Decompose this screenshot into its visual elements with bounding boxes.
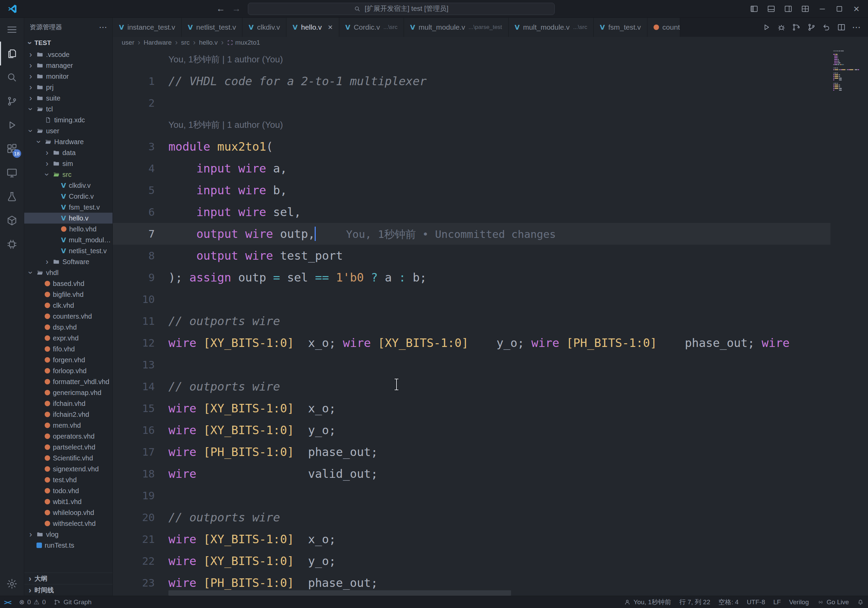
tree-item-fsm_test.v[interactable]: Vfsm_test.v [24,202,113,213]
tree-item-based.vhd[interactable]: based.vhd [24,278,113,289]
run-button[interactable] [759,20,774,35]
remote-indicator[interactable]: >< [0,596,15,608]
tree-item-whileloop.vhd[interactable]: whileloop.vhd [24,507,113,518]
breadcrumb-item-src[interactable]: src [181,39,189,46]
customize-layout-icon[interactable] [798,2,813,16]
tree-item-test.vhd[interactable]: test.vhd [24,474,113,485]
analysis-button[interactable] [789,20,804,35]
activity-package-explorer[interactable] [0,209,24,232]
nav-back-icon[interactable]: ← [217,3,225,14]
tree-item-Hardware[interactable]: ›Hardware [24,136,113,147]
status-encoding[interactable]: UTF-8 [742,596,769,608]
code-line-9[interactable]: 9); assign outp = sel == 1'b0 ? a : b; [113,266,831,288]
toggle-panel-icon[interactable] [764,2,779,16]
activity-run-and-debug[interactable] [0,113,24,137]
minimap[interactable] [833,50,866,91]
tree-item-todo.vhd[interactable]: todo.vhd [24,485,113,496]
minimize-icon[interactable] [815,2,830,16]
code-line-22[interactable]: 22wire [XY_BITS-1:0] y_o; [113,550,831,572]
tab-fsm_test.v[interactable]: Vfsm_test.v [594,18,647,37]
command-center[interactable]: [扩展开发宿主] test [管理员] [248,3,555,15]
tab-count[interactable]: count [648,18,680,37]
tree-item-Cordic.v[interactable]: VCordic.v [24,191,113,202]
code-line-14[interactable]: 14// outports wire [113,376,831,398]
tree-item-withselect.vhd[interactable]: withselect.vhd [24,518,113,529]
tree-item-data[interactable]: ›data [24,147,113,158]
debug-button[interactable] [774,20,789,35]
problems-indicator[interactable]: ⊗ 0 ⚠ 0 [15,596,50,608]
code-line-10[interactable]: 10 [113,288,831,310]
code-line-19[interactable]: 19 [113,485,831,506]
code-line-20[interactable]: 20// outports wire [113,506,831,528]
tree-item-vlog[interactable]: ›vlog [24,529,113,540]
code-line-16[interactable]: 16wire [XY_BITS-1:0] y_o; [113,419,831,441]
tree-item-suite[interactable]: ›suite [24,93,113,104]
tree-item-tcl[interactable]: ›tcl [24,104,113,114]
tree-item-clk.vhd[interactable]: clk.vhd [24,300,113,311]
status-notifications[interactable] [853,596,868,608]
toggle-sidebar-icon[interactable] [747,2,762,16]
tree-item-hello.vhd[interactable]: hello.vhd [24,224,113,235]
status-eol[interactable]: LF [769,596,785,608]
tree-item-operators.vhd[interactable]: operators.vhd [24,431,113,442]
breadcrumb-item-mux2to1[interactable]: mux2to1 [227,39,260,46]
tree-item-bigfile.vhd[interactable]: bigfile.vhd [24,289,113,300]
tree-item-clkdiv.v[interactable]: Vclkdiv.v [24,180,113,191]
editor[interactable]: You, 1秒钟前 | 1 author (You)1// VHDL code … [113,48,868,596]
tab-clkdiv.v[interactable]: Vclkdiv.v [242,18,287,37]
activity-source-control[interactable] [0,89,24,113]
breadcrumb-item-user[interactable]: user [122,39,134,46]
tree-item-Scientific.vhd[interactable]: Scientific.vhd [24,453,113,464]
tree-item-timing.xdc[interactable]: timing.xdc [24,114,113,125]
tree-item-expr.vhd[interactable]: expr.vhd [24,333,113,343]
tree-item-ifchain.vhd[interactable]: ifchain.vhd [24,398,113,409]
breadcrumb-item-hello.v[interactable]: hello.v [199,39,218,46]
code-line-3[interactable]: 3module mux2to1( [113,136,831,158]
code-line-13[interactable]: 13 [113,354,831,376]
tree-item-netlist_test.v[interactable]: Vnetlist_test.v [24,245,113,256]
tree-item-fifo.vhd[interactable]: fifo.vhd [24,343,113,354]
activity-menu[interactable] [0,18,24,42]
activity-search[interactable] [0,65,24,89]
close-icon[interactable]: × [328,23,333,32]
git-graph-button[interactable]: Git Graph [50,596,96,608]
code-line-6[interactable]: 6 input wire sel, [113,201,831,223]
sidebar-section-大纲[interactable]: ›大纲 [24,572,113,584]
tree-item-manager[interactable]: ›manager [24,60,113,71]
code-line-4[interactable]: 4 input wire a, [113,158,831,179]
code-line-18[interactable]: 18wire valid_out; [113,463,831,485]
status-go-live[interactable]: Go Live [813,596,853,608]
activity-explorer[interactable] [0,42,24,65]
more-actions-icon[interactable]: ⋯ [99,23,107,32]
tree-item-monitor[interactable]: ›monitor [24,71,113,82]
tree-item-signextend.vhd[interactable]: signextend.vhd [24,464,113,474]
activity-manage[interactable] [0,572,24,596]
codelens-text[interactable]: You, 1秒钟前 | 1 author (You) [168,114,283,136]
discard-button[interactable] [819,20,834,35]
tab-mult_module.v[interactable]: Vmult_module.v...\src [508,18,594,37]
tree-item-genericmap.vhd[interactable]: genericmap.vhd [24,387,113,398]
maximize-icon[interactable] [832,2,847,16]
tree-item-forgen.vhd[interactable]: forgen.vhd [24,354,113,365]
status-blame[interactable]: You, 1秒钟前 [620,596,675,608]
tree-item-forloop.vhd[interactable]: forloop.vhd [24,365,113,376]
horizontal-scrollbar[interactable] [168,590,827,596]
tree-item-prj[interactable]: ›prj [24,82,113,93]
codelens-text[interactable]: You, 1秒钟前 | 1 author (You) [168,48,283,70]
toggle-secondary-sidebar-icon[interactable] [781,2,796,16]
tree-item-partselect.vhd[interactable]: partselect.vhd [24,442,113,453]
code-line-11[interactable]: 11// outports wire [113,310,831,332]
tree-item-.vscode[interactable]: ›.vscode [24,49,113,60]
tree-item-src[interactable]: ›src [24,169,113,180]
tree-item-wbit1.vhd[interactable]: wbit1.vhd [24,496,113,507]
tab-mult_module.v[interactable]: Vmult_module.v...\parse_test [404,18,508,37]
codelens-line[interactable]: You, 1秒钟前 | 1 author (You) [113,48,831,70]
code-line-21[interactable]: 21wire [XY_BITS-1:0] x_o; [113,528,831,550]
nav-forward-icon[interactable]: → [232,3,241,14]
code-line-15[interactable]: 15wire [XY_BITS-1:0] x_o; [113,398,831,419]
status-language-mode[interactable]: Verilog [785,596,813,608]
code-line-8[interactable]: 8 output wire test_port [113,245,831,266]
tree-item-hello.v[interactable]: Vhello.v [24,213,113,224]
tree-item-runTest.ts[interactable]: runTest.ts [24,540,113,551]
status-cursor-position[interactable]: 行 7, 列 22 [675,596,714,608]
